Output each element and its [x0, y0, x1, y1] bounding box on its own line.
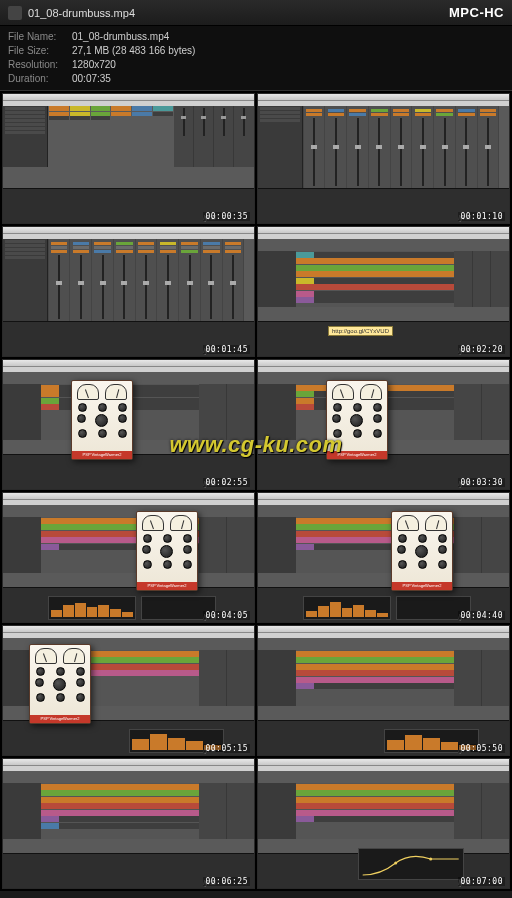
- timestamp: 00:07:00: [458, 877, 505, 886]
- filesize-value: 27,1 MB (28 483 166 bytes): [72, 44, 195, 58]
- plugin-brand-label: PSP VintageWarmer2: [72, 451, 132, 459]
- timestamp: 00:05:15: [203, 744, 250, 753]
- vintage-warmer-plugin[interactable]: PSP VintageWarmer2: [326, 380, 388, 460]
- thumbnail-10[interactable]: lynd 00:05:50: [257, 625, 510, 756]
- timestamp: 00:03:30: [458, 478, 505, 487]
- timestamp: 00:06:25: [203, 877, 250, 886]
- vintage-warmer-plugin[interactable]: PSP VintageWarmer2: [136, 511, 198, 591]
- window-titlebar: 01_08-drumbuss.mp4 MPC-HC: [0, 0, 512, 26]
- plugin-brand-label: PSP VintageWarmer2: [327, 451, 387, 459]
- timestamp: 00:00:35: [203, 212, 250, 221]
- thumbnail-8[interactable]: PSP VintageWarmer2 lynd 00:04:40: [257, 492, 510, 623]
- thumbnail-4[interactable]: http://goo.gl/CYxVUD lynd 00:02:20: [257, 226, 510, 357]
- vu-meter-icon: [397, 515, 419, 531]
- thumbnail-2[interactable]: lynd 00:01:10: [257, 93, 510, 224]
- duration-label: Duration:: [8, 72, 72, 86]
- thumbnail-6[interactable]: PSP VintageWarmer2 lynd 00:03:30: [257, 359, 510, 490]
- thumbnail-1[interactable]: lynd 00:00:35: [2, 93, 255, 224]
- svg-point-1: [430, 858, 433, 861]
- eq-analyzer-panel[interactable]: [303, 596, 391, 620]
- eq-analyzer-panel[interactable]: [48, 596, 136, 620]
- vu-meter-icon: [77, 384, 99, 400]
- filename-label: File Name:: [8, 30, 72, 44]
- filename-value: 01_08-drumbuss.mp4: [72, 30, 169, 44]
- url-tooltip: http://goo.gl/CYxVUD: [328, 326, 393, 336]
- thumbnail-11[interactable]: lynd 00:06:25: [2, 758, 255, 889]
- app-brand: MPC-HC: [449, 5, 504, 20]
- resolution-value: 1280x720: [72, 58, 116, 72]
- vu-meter-icon: [105, 384, 127, 400]
- timestamp: 00:02:20: [458, 345, 505, 354]
- timestamp: 00:04:05: [203, 611, 250, 620]
- thumbnail-grid: lynd 00:00:35 lynd 00:01:10: [0, 91, 512, 891]
- plugin-brand-label: PSP VintageWarmer2: [137, 582, 197, 590]
- vintage-warmer-plugin[interactable]: PSP VintageWarmer2: [29, 644, 91, 724]
- vu-meter-icon: [170, 515, 192, 531]
- timestamp: 00:01:10: [458, 212, 505, 221]
- window-title: 01_08-drumbuss.mp4: [28, 7, 449, 19]
- duration-value: 00:07:35: [72, 72, 111, 86]
- plugin-brand-label: PSP VintageWarmer2: [392, 582, 452, 590]
- resolution-label: Resolution:: [8, 58, 72, 72]
- automation-curve-panel[interactable]: [358, 848, 463, 880]
- thumbnail-5[interactable]: PSP VintageWarmer2 lynd 00:02:55: [2, 359, 255, 490]
- thumbnail-9[interactable]: PSP VintageWarmer2 lynd 00:05:15: [2, 625, 255, 756]
- vu-meter-icon: [332, 384, 354, 400]
- vu-meter-icon: [35, 648, 57, 664]
- vu-meter-icon: [142, 515, 164, 531]
- vu-meter-icon: [63, 648, 85, 664]
- timestamp: 00:01:45: [203, 345, 250, 354]
- svg-point-0: [395, 862, 398, 865]
- timestamp: 00:02:55: [203, 478, 250, 487]
- file-info-panel: File Name:01_08-drumbuss.mp4 File Size:2…: [0, 26, 512, 91]
- thumbnail-7[interactable]: PSP VintageWarmer2 lynd 00:04:05: [2, 492, 255, 623]
- thumbnail-12[interactable]: lynd 00:07:00: [257, 758, 510, 889]
- plugin-brand-label: PSP VintageWarmer2: [30, 715, 90, 723]
- filesize-label: File Size:: [8, 44, 72, 58]
- timestamp: 00:04:40: [458, 611, 505, 620]
- timestamp: 00:05:50: [458, 744, 505, 753]
- vintage-warmer-plugin[interactable]: PSP VintageWarmer2: [71, 380, 133, 460]
- vintage-warmer-plugin[interactable]: PSP VintageWarmer2: [391, 511, 453, 591]
- thumbnail-3[interactable]: lynd 00:01:45: [2, 226, 255, 357]
- vu-meter-icon: [425, 515, 447, 531]
- vu-meter-icon: [360, 384, 382, 400]
- app-icon: [8, 6, 22, 20]
